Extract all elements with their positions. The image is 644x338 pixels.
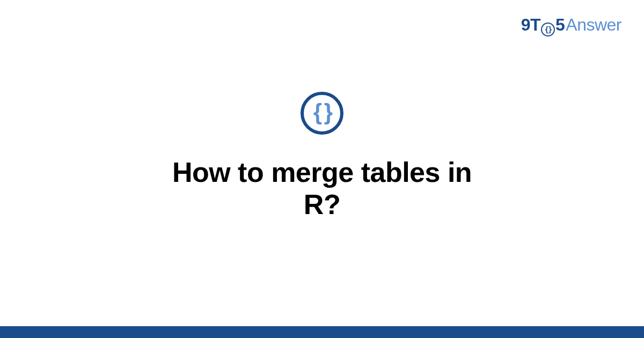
logo-text-9t: 9T xyxy=(521,15,540,35)
main-content: { } How to merge tables in R? xyxy=(161,92,483,221)
site-logo: 9T {} 5 Answer xyxy=(521,15,621,35)
logo-text-answer: Answer xyxy=(566,15,621,35)
braces-glyph: { } xyxy=(313,101,331,123)
footer-bar xyxy=(0,326,644,338)
logo-clock-icon: {} xyxy=(541,23,555,36)
code-braces-icon: { } xyxy=(301,92,343,135)
question-title: How to merge tables in R? xyxy=(161,156,483,221)
logo-clock-glyph: {} xyxy=(545,25,552,34)
logo-text-5: 5 xyxy=(555,15,565,35)
